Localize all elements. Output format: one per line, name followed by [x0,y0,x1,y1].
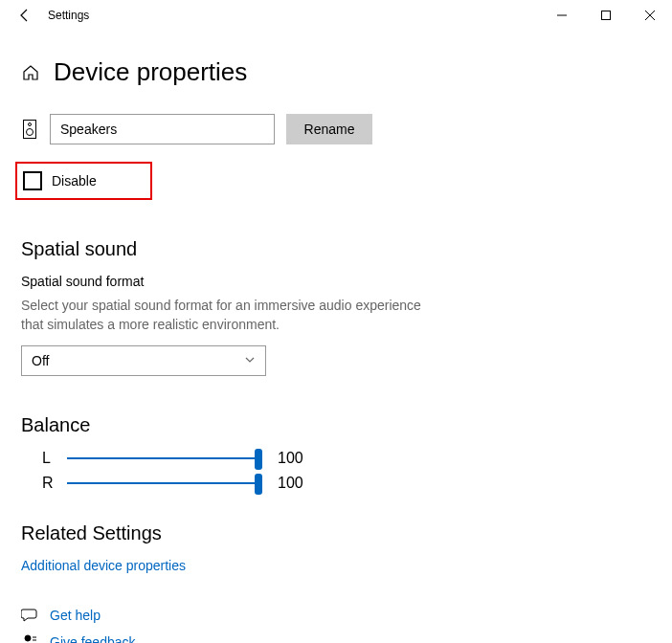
chevron-down-icon [244,353,256,368]
spatial-selected-value: Off [32,353,49,368]
balance-right-slider[interactable] [67,482,258,484]
additional-properties-link[interactable]: Additional device properties [21,558,651,573]
home-icon[interactable] [21,63,40,82]
page-title: Device properties [54,57,247,87]
device-name-input[interactable] [50,114,275,144]
balance-heading: Balance [21,414,651,436]
svg-rect-1 [602,11,611,20]
disable-label: Disable [52,173,97,188]
related-heading: Related Settings [21,522,651,544]
balance-right-label: R [42,475,67,492]
balance-left-value: 100 [278,450,303,467]
disable-highlight-box: Disable [15,162,152,200]
feedback-icon [21,634,38,643]
balance-right-value: 100 [278,475,303,492]
minimize-button[interactable] [540,0,584,31]
close-button[interactable] [628,0,672,31]
svg-point-4 [27,129,34,136]
spatial-format-dropdown[interactable]: Off [21,345,266,376]
svg-point-3 [29,123,32,126]
window-title: Settings [48,9,89,22]
svg-point-5 [25,635,31,641]
rename-button[interactable]: Rename [286,114,372,144]
back-button[interactable] [10,0,40,31]
disable-checkbox[interactable] [23,171,42,190]
spatial-heading: Spatial sound [21,238,651,260]
spatial-format-label: Spatial sound format [21,274,651,289]
spatial-description: Select your spatial sound format for an … [21,297,442,334]
help-icon [21,608,38,623]
get-help-link[interactable]: Get help [50,608,101,623]
speaker-icon [21,120,38,139]
give-feedback-link[interactable]: Give feedback [50,634,136,643]
balance-left-slider[interactable] [67,457,258,459]
maximize-button[interactable] [584,0,628,31]
balance-left-label: L [42,450,67,467]
